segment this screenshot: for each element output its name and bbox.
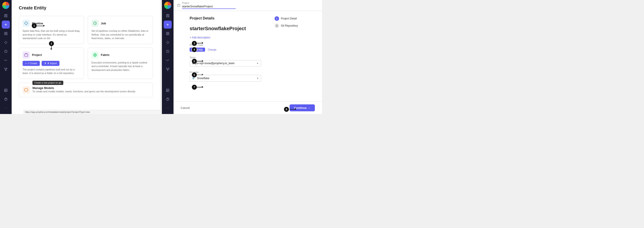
right-table-icon[interactable] — [164, 86, 172, 94]
svg-rect-6 — [6, 34, 7, 35]
step-2-label: Git Repository — [281, 24, 298, 27]
sidebar-help-icon[interactable] — [2, 95, 10, 103]
job-icon — [92, 20, 98, 27]
project-name-display: starterSnowflakeProject — [190, 26, 268, 32]
entity-card-job[interactable]: Job Set of pipelines running on either D… — [88, 16, 153, 44]
right-sidebar: ··· — [162, 0, 174, 114]
sidebar-save-icon[interactable] — [2, 12, 10, 20]
import-project-button[interactable]: ⬇ ⬇ Import — [42, 61, 60, 66]
topbar-labels: Project — [182, 2, 236, 9]
fabric-header: Fabric — [92, 52, 149, 58]
right-add-button[interactable] — [164, 20, 172, 28]
step-1: 1 Project Detail — [274, 16, 315, 21]
right-flow-icon[interactable] — [164, 65, 172, 73]
fabric-name: Fabric — [101, 53, 110, 56]
project-name-field: starterSnowflakeProject — [190, 26, 268, 32]
models-text: Manage Models To create and modify model… — [32, 86, 136, 94]
change-project-type-link[interactable]: Change — [208, 48, 216, 51]
svg-point-36 — [167, 70, 168, 71]
sidebar-wave-icon[interactable] — [2, 56, 10, 64]
svg-rect-4 — [6, 32, 7, 33]
arrow-8 — [290, 109, 296, 110]
team-chevron-icon: ▼ — [256, 62, 259, 64]
models-name: Manage Models — [32, 86, 136, 90]
create-project-button[interactable]: + + Create — [22, 61, 40, 66]
pipeline-desc: Spark data flow, that can be built using… — [22, 29, 80, 40]
team-value: anya+sql+snow@prophecy.io_team — [192, 62, 234, 65]
right-diamond-icon[interactable] — [164, 38, 172, 46]
add-entity-button[interactable] — [2, 20, 10, 28]
provider-label: Provider — [190, 71, 268, 74]
job-desc: Set of pipelines running on either Datab… — [92, 29, 149, 40]
form-steps: 1 Project Detail 2 Git Repository — [274, 16, 315, 96]
step-1-number: 1 — [274, 16, 279, 21]
project-name-input[interactable] — [182, 4, 236, 9]
add-description-field: + Add description — [190, 36, 268, 39]
provider-field: Provider ❄ Snowflake ▼ — [190, 71, 268, 82]
entity-card-project[interactable]: Project + + Create ⬇ ⬇ Import The projec… — [19, 48, 84, 79]
svg-point-35 — [168, 68, 169, 69]
svg-rect-28 — [166, 32, 168, 33]
continue-button[interactable]: Continue → — [290, 104, 315, 111]
project-type-label: Project Type — [190, 44, 268, 46]
svg-point-11 — [5, 70, 6, 71]
svg-rect-14 — [4, 89, 7, 92]
sidebar-table-icon[interactable] — [2, 86, 10, 94]
right-wave-icon[interactable] — [164, 56, 172, 64]
provider-value: Snowflake — [197, 77, 209, 80]
models-desc: To create and modify models, seeds, func… — [32, 90, 136, 94]
sidebar-more-icon[interactable]: ··· — [2, 104, 10, 112]
sidebar-clock-icon[interactable] — [2, 48, 10, 56]
svg-rect-39 — [166, 89, 169, 92]
sidebar-flow-icon[interactable] — [2, 65, 10, 73]
annotation-4: 4 — [192, 47, 197, 52]
project-topbar-icon — [177, 4, 180, 7]
entity-card-pipeline[interactable]: Pipeline Spark data flow, that can be bu… — [19, 16, 84, 44]
pipeline-icon — [22, 20, 30, 27]
arrow-2 — [51, 46, 52, 50]
right-help-icon[interactable] — [164, 95, 172, 103]
app-logo[interactable] — [2, 2, 10, 9]
cancel-button[interactable]: Cancel — [181, 106, 190, 110]
import-icon: ⬇ — [44, 62, 46, 65]
right-more-icon[interactable]: ··· — [164, 104, 172, 112]
project-label: Project — [182, 2, 236, 4]
project-header: Project — [22, 52, 80, 58]
add-description-link[interactable]: + Add description — [190, 36, 268, 39]
provider-select[interactable]: ❄ Snowflake ▼ — [190, 75, 261, 82]
team-select[interactable]: anya+sql+snow@prophecy.io_team ▼ — [190, 60, 261, 66]
svg-point-9 — [4, 68, 5, 69]
fabric-icon — [92, 52, 98, 58]
annotation-8: 8 — [284, 107, 289, 112]
entity-card-fabric[interactable]: Fabric Execution environment, pointing t… — [88, 48, 153, 79]
job-name: Job — [101, 22, 106, 25]
left-sidebar: ··· — [0, 0, 12, 114]
svg-marker-20 — [24, 22, 28, 25]
svg-rect-45 — [177, 5, 180, 6]
svg-rect-3 — [4, 32, 6, 33]
annotation-3: 3 — [192, 41, 197, 46]
right-clock-icon[interactable] — [164, 48, 172, 56]
annotation-1: 1 — [32, 23, 37, 28]
team-label: Team — [190, 56, 268, 59]
arrow-7 — [197, 87, 203, 88]
right-app-logo[interactable] — [164, 2, 171, 9]
svg-point-19 — [6, 100, 6, 100]
annotation-2: 2 — [49, 41, 54, 46]
top-bar: Project — [174, 0, 322, 11]
sidebar-grid-icon[interactable] — [2, 30, 10, 38]
fabric-desc: Execution environment, pointing to a Spa… — [92, 61, 149, 72]
project-icon — [22, 52, 30, 58]
right-grid-icon[interactable] — [164, 30, 172, 38]
svg-line-12 — [5, 69, 6, 70]
right-panel: ··· Project 3 4 5 6 7 Project Det — [162, 0, 322, 114]
sidebar-diamond-icon[interactable] — [2, 38, 10, 46]
svg-rect-30 — [166, 34, 168, 35]
svg-marker-32 — [166, 41, 169, 44]
job-header: Job — [92, 20, 149, 27]
team-field: Team anya+sql+snow@prophecy.io_team ▼ — [190, 56, 268, 66]
svg-line-37 — [167, 69, 168, 70]
right-save-icon[interactable] — [164, 12, 172, 20]
svg-rect-5 — [4, 34, 6, 35]
form-title: Project Details — [190, 16, 268, 20]
